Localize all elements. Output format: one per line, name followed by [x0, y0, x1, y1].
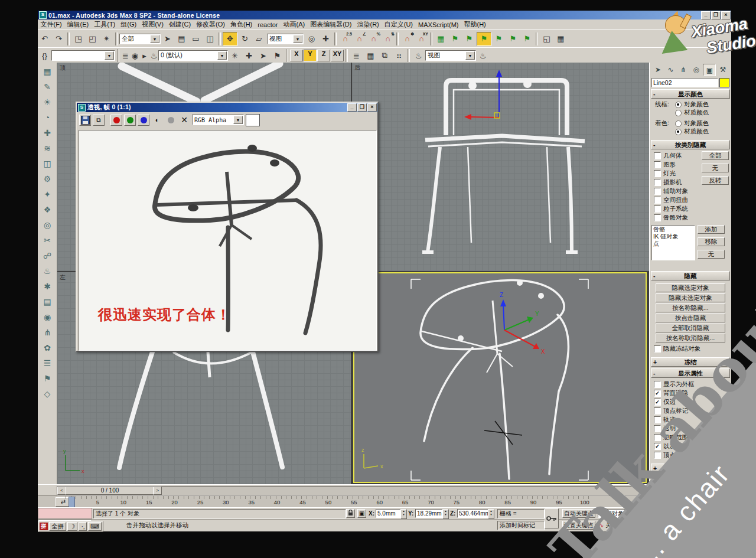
select-link-icon[interactable]: ◳	[71, 32, 85, 45]
y-spinner[interactable]: ▲▼	[442, 509, 449, 519]
create-tab-icon[interactable]: ➤	[652, 64, 664, 75]
ime-moon-icon[interactable]: ☽	[67, 522, 77, 531]
display-prop-checkbox[interactable]: 透明	[651, 424, 729, 433]
list-item[interactable]: 点	[653, 240, 693, 247]
category-checkbox[interactable]: 粒子系统	[651, 204, 698, 213]
axis-constraint-button[interactable]: Z	[317, 50, 330, 61]
hide-button[interactable]: 按名称取消隐藏...	[656, 334, 725, 342]
ime-toolbar[interactable]: 拼 全拼 ☽ ·‚ ⌨	[38, 521, 103, 532]
layer-manager-icon[interactable]: ≣	[121, 49, 130, 62]
hide-button[interactable]: 按名称隐藏...	[656, 304, 725, 312]
chevron-down-icon[interactable]: ▼	[150, 35, 159, 43]
list-item[interactable]: IK 链对象	[653, 233, 693, 240]
angle-snap-icon[interactable]: ∩∠	[353, 32, 366, 45]
snap-flag-2-icon[interactable]: ⚑	[462, 32, 476, 45]
category-checkbox[interactable]: 空间扭曲	[651, 195, 698, 204]
stack-tab-icon[interactable]: ☰	[40, 356, 54, 370]
category-checkbox[interactable]: 图形	[651, 160, 698, 169]
red-channel-icon[interactable]	[110, 115, 122, 126]
select-by-name-icon[interactable]: ▤	[175, 32, 188, 45]
close-button[interactable]: ×	[367, 103, 377, 112]
add-layer-icon[interactable]: ✳	[228, 49, 242, 62]
rect-region-icon[interactable]: ▭	[189, 32, 203, 45]
x-coordinate-field[interactable]: 5.0mm	[376, 509, 402, 518]
points-tab-icon[interactable]: ◉	[40, 310, 54, 324]
flowers-tab-icon[interactable]: ✿	[40, 341, 54, 354]
auto-key-button[interactable]: 自动关键点	[562, 509, 595, 518]
layer-eye-icon[interactable]: ◉	[131, 49, 139, 62]
modify-tab-icon[interactable]: ∿	[665, 64, 677, 75]
modeling-tab-icon[interactable]: ✦	[40, 187, 54, 201]
set-key-button[interactable]: 设置关键点	[562, 521, 595, 530]
window-crossing-icon[interactable]: ◫	[203, 32, 217, 45]
clone-window-icon[interactable]: ⧉	[93, 115, 105, 126]
menu-item[interactable]: 图表编辑器(D)	[308, 19, 354, 30]
alpha-channel-icon[interactable]	[165, 115, 177, 126]
green-channel-icon[interactable]	[124, 115, 136, 126]
menu-item[interactable]: MAXScript(M)	[416, 21, 461, 29]
object-name-field[interactable]: Line02	[651, 78, 718, 87]
helpers-tab-icon[interactable]: ✚	[40, 126, 54, 139]
menu-item[interactable]: 渲染(R)	[354, 19, 382, 30]
quick-render-icon[interactable]: ▦	[554, 32, 568, 45]
layer-dropdown[interactable]: 0 (默认)▼	[158, 50, 228, 61]
background-color-swatch[interactable]	[246, 114, 260, 126]
schematic-view-icon[interactable]: ⧉	[378, 49, 392, 62]
unlink-icon[interactable]: ◰	[86, 32, 99, 45]
vertex-color-shaded-button[interactable]: 着色	[704, 452, 728, 461]
maxscript-mini-listener[interactable]	[38, 508, 92, 519]
spinner-snap-icon[interactable]: ∩⇅	[381, 32, 395, 45]
add-time-tag[interactable]: 添加时间标记	[497, 521, 545, 530]
viewport-top-label[interactable]: 顶	[60, 64, 66, 72]
category-checkbox[interactable]: 骨骼对象	[651, 213, 698, 222]
key-mode-toggle-icon[interactable]	[545, 508, 559, 528]
snap-flag-4-icon[interactable]: ⚑	[492, 32, 506, 45]
channel-dropdown[interactable]: RGB Alpha ▼	[192, 115, 244, 125]
ime-punct-icon[interactable]: ·‚	[79, 522, 87, 531]
minimize-button[interactable]: _	[347, 103, 357, 112]
next-frame-button[interactable]: >	[153, 487, 162, 495]
radio-option[interactable]: 对象颜色	[675, 100, 729, 109]
list-item[interactable]: 骨骼	[653, 226, 693, 233]
layers-icon[interactable]: ≣	[350, 49, 363, 62]
viewport-perspective[interactable]: Z Y X zx	[353, 272, 647, 483]
menu-item[interactable]: 组(G)	[118, 19, 139, 30]
title-bar[interactable]: S 01.max - Autodesk 3ds Max 8 SP2 - Stan…	[38, 11, 731, 19]
z-spinner[interactable]: ▲▼	[488, 509, 494, 519]
snap-toggle-icon[interactable]: ∩2.5	[338, 32, 352, 45]
category-checkbox[interactable]: 灯光	[651, 169, 698, 178]
layer-props-icon[interactable]: ⚑	[271, 49, 284, 62]
compounds-tab-icon[interactable]: ◫	[40, 156, 54, 170]
axis-constraint-button[interactable]: XY	[331, 50, 344, 61]
diamond-tab-icon[interactable]: ◇	[40, 387, 54, 400]
category-checkbox[interactable]: 辅助对象	[651, 187, 698, 195]
y-coordinate-field[interactable]: 18.29mm	[415, 509, 444, 518]
x-spinner[interactable]: ▲▼	[400, 509, 407, 519]
render-setup-icon[interactable]: ◱	[540, 32, 553, 45]
undo-icon[interactable]: ↶	[38, 32, 51, 45]
list-button[interactable]: 无	[698, 250, 725, 259]
viewport-back[interactable]: 后	[352, 63, 649, 271]
display-prop-checkbox[interactable]: 显示为外框	[651, 380, 729, 389]
selection-lock-icon[interactable]	[346, 509, 355, 518]
selection-filter-dropdown[interactable]: 全部▼	[119, 34, 161, 44]
motion-tab-icon[interactable]: ◎	[690, 64, 702, 75]
display-prop-checkbox[interactable]: 轨迹	[651, 415, 729, 424]
hide-button[interactable]: 隐藏未选定对象	[656, 293, 725, 302]
reference-coordinate-dropdown[interactable]: 视图▼	[267, 34, 304, 44]
snap-flag-1-icon[interactable]: ⚑	[448, 32, 462, 45]
use-center-icon[interactable]: ◎	[305, 32, 318, 45]
axis-constraint-button[interactable]: Y	[304, 50, 317, 61]
display-prop-checkbox[interactable]: 顶点标记	[651, 406, 729, 415]
snap-flag-6-icon[interactable]: ⚑	[520, 32, 534, 45]
menu-item[interactable]: 创建(C)	[166, 19, 193, 30]
menu-item[interactable]: 自定义(U)	[382, 19, 415, 30]
objects-tab-icon[interactable]: ▦	[40, 64, 54, 78]
cameras-tab-icon[interactable]: ◔	[40, 110, 54, 124]
menu-item[interactable]: 编辑(E)	[64, 19, 92, 30]
particles-tab-icon[interactable]: ❖	[40, 203, 54, 216]
z-coordinate-field[interactable]: 530.464mm	[457, 509, 489, 518]
link-tab-icon[interactable]: ☍	[40, 249, 54, 262]
snap-flag-5-icon[interactable]: ⚑	[506, 32, 520, 45]
hierarchy-tab-icon[interactable]: ⋔	[677, 64, 689, 75]
